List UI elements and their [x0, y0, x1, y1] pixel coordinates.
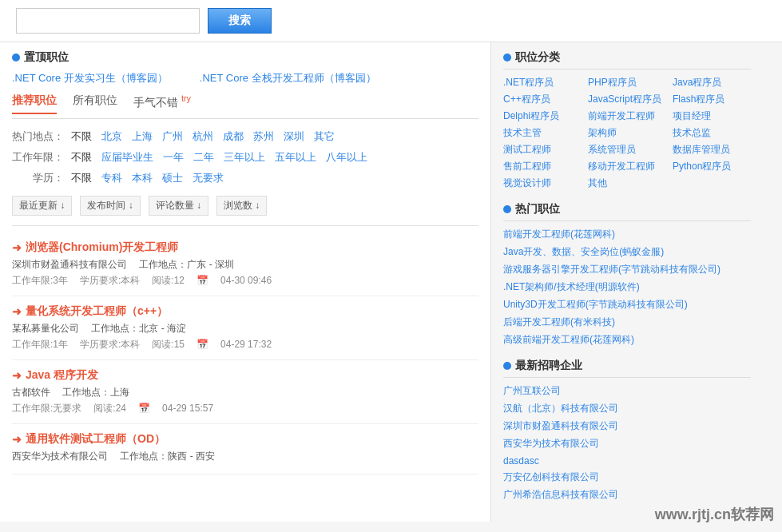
tabs-bar: 推荐职位 所有职位 手气不错 try	[12, 93, 478, 119]
job-item: ➜ 量化系统开发工程师（c++） 某私募量化公司 工作地点：北京 - 海淀 工作…	[12, 296, 478, 360]
date-0: 04-30 09:46	[220, 275, 272, 286]
cat-2[interactable]: Java程序员	[673, 76, 751, 89]
cat-15[interactable]: 售前工程师	[503, 160, 582, 173]
company-link-0[interactable]: 广州互联公司	[503, 385, 561, 396]
loc-4[interactable]: 杭州	[190, 129, 216, 145]
job-title-2[interactable]: ➜ Java 程序开发	[12, 368, 478, 383]
read-1: 阅读:15	[152, 338, 185, 351]
cat-6[interactable]: Delphi程序员	[503, 109, 582, 123]
pinned-link-0[interactable]: .NET Core 开发实习生（博客园）	[12, 71, 168, 85]
job-title-0[interactable]: ➜ 浏览器(Chromium)开发工程师	[12, 240, 478, 255]
search-input[interactable]	[16, 8, 200, 34]
pinned-links: .NET Core 开发实习生（博客园） .NET Core 全栈开发工程师（博…	[12, 71, 478, 85]
cat-13[interactable]: 系统管理员	[588, 143, 666, 157]
exp-4[interactable]: 三年以上	[221, 149, 268, 165]
sort-recent[interactable]: 最近更新 ↓	[12, 196, 72, 216]
hot-job-5[interactable]: 后端开发工程师(有米科技)	[503, 316, 615, 328]
edu-0[interactable]: 不限	[69, 170, 94, 186]
watermark: www.rjtj.cn软荐网	[655, 505, 774, 524]
cat-8[interactable]: 项目经理	[673, 109, 751, 123]
exp-2[interactable]: 一年	[161, 149, 186, 165]
exp-3[interactable]: 二年	[191, 149, 216, 165]
pinned-link-1[interactable]: .NET Core 全栈开发工程师（博客园）	[200, 71, 376, 85]
blue-dot-icon	[503, 362, 511, 370]
loc-8[interactable]: 其它	[312, 129, 337, 145]
categories-title: 职位分类	[503, 50, 751, 69]
job-title-1[interactable]: ➜ 量化系统开发工程师（c++）	[12, 304, 478, 319]
date-icon-2: 📅	[138, 403, 150, 414]
tab-try-badge: try	[181, 93, 191, 103]
cat-11[interactable]: 技术总监	[673, 126, 751, 140]
read-2: 阅读:24	[93, 402, 126, 415]
exp-5[interactable]: 五年以上	[272, 149, 319, 165]
sort-views[interactable]: 浏览数 ↓	[216, 196, 267, 216]
list-item: 游戏服务器引擎开发工程师(字节跳动科技有限公司)	[503, 263, 751, 276]
edu-3[interactable]: 硕士	[160, 170, 185, 186]
tab-all[interactable]: 所有职位	[73, 93, 117, 114]
loc-0[interactable]: 不限	[69, 129, 94, 145]
loc-7[interactable]: 深圳	[281, 129, 307, 145]
company-link-3[interactable]: 西安华为技术有限公司	[503, 438, 599, 449]
edu-label: 学历：	[12, 171, 64, 185]
company-link-5[interactable]: 万安亿创科技有限公司	[503, 471, 599, 482]
arrow-icon: ➜	[12, 241, 22, 254]
job-title-3[interactable]: ➜ 通用软件测试工程师（OD）	[12, 432, 478, 447]
loc-2[interactable]: 上海	[129, 129, 155, 145]
tab-recommended[interactable]: 推荐职位	[12, 93, 57, 114]
company-link-4[interactable]: dasdasc	[503, 455, 539, 466]
search-button[interactable]: 搜索	[208, 8, 272, 34]
company-link-2[interactable]: 深圳市财盈通科技有限公司	[503, 420, 618, 431]
location-2: 工作地点：上海	[62, 387, 129, 398]
hot-job-1[interactable]: Java开发、数据、安全岗位(蚂蚁金服)	[503, 246, 664, 257]
cat-16[interactable]: 移动开发工程师	[588, 160, 666, 173]
cat-14[interactable]: 数据库管理员	[673, 143, 751, 157]
exp-1[interactable]: 应届毕业生	[99, 149, 156, 165]
cat-4[interactable]: JavaScript程序员	[588, 93, 666, 106]
exp-0: 工作年限:3年	[12, 274, 68, 288]
edu-1[interactable]: 专科	[99, 170, 125, 186]
cat-5[interactable]: Flash程序员	[673, 93, 751, 106]
company-link-1[interactable]: 汉航（北京）科技有限公司	[503, 403, 618, 414]
sort-publish[interactable]: 发布时间 ↓	[80, 196, 140, 216]
cat-19[interactable]: 其他	[588, 177, 666, 190]
loc-1[interactable]: 北京	[99, 129, 125, 145]
list-item: 深圳市财盈通科技有限公司	[503, 419, 751, 433]
hot-job-6[interactable]: 高级前端开发工程师(花莲网科)	[503, 334, 634, 345]
location-3: 工作地点：陕西 - 西安	[120, 451, 215, 462]
arrow-icon: ➜	[12, 433, 22, 446]
cat-1[interactable]: PHP程序员	[588, 76, 666, 89]
company-0: 深圳市财盈通科技有限公司	[12, 259, 127, 270]
cat-18[interactable]: 视觉设计师	[503, 177, 582, 190]
exp-6[interactable]: 八年以上	[324, 149, 370, 165]
cat-10[interactable]: 架构师	[588, 126, 666, 140]
loc-5[interactable]: 成都	[220, 129, 246, 145]
company-link-6[interactable]: 广州希浩信息科技有限公司	[503, 489, 618, 500]
cat-12[interactable]: 测试工程师	[503, 143, 582, 157]
tab-lucky[interactable]: 手气不错 try	[133, 93, 191, 114]
hot-job-4[interactable]: Unity3D开发工程师(字节跳动科技有限公司)	[503, 299, 688, 310]
hot-job-3[interactable]: .NET架构师/技术经理(明源软件)	[503, 281, 640, 292]
main-layout: 置顶职位 .NET Core 开发实习生（博客园） .NET Core 全栈开发…	[0, 42, 782, 522]
exp-0[interactable]: 不限	[69, 149, 94, 165]
loc-3[interactable]: 广州	[160, 129, 185, 145]
cat-0[interactable]: .NET程序员	[503, 76, 582, 89]
cat-9[interactable]: 技术主管	[503, 126, 582, 140]
hot-job-0[interactable]: 前端开发工程师(花莲网科)	[503, 228, 615, 240]
company-1: 某私募量化公司	[12, 323, 79, 334]
cat-7[interactable]: 前端开发工程师	[588, 109, 666, 123]
company-2: 古都软件	[12, 387, 50, 398]
cat-3[interactable]: C++程序员	[503, 93, 582, 106]
edu-2[interactable]: 本科	[129, 170, 155, 186]
exp-2: 工作年限:无要求	[12, 402, 81, 415]
loc-6[interactable]: 苏州	[251, 129, 276, 145]
hot-job-2[interactable]: 游戏服务器引擎开发工程师(字节跳动科技有限公司)	[503, 264, 720, 275]
companies-title: 最新招聘企业	[503, 359, 751, 378]
list-item: 西安华为技术有限公司	[503, 437, 751, 451]
sort-comments[interactable]: 评论数量 ↓	[149, 196, 208, 216]
edu-4[interactable]: 无要求	[190, 170, 226, 186]
list-item: 后端开发工程师(有米科技)	[503, 316, 751, 329]
arrow-icon: ➜	[12, 369, 22, 382]
cat-17[interactable]: Python程序员	[673, 160, 751, 173]
list-item: 广州互联公司	[503, 384, 751, 398]
blue-dot-icon	[503, 54, 511, 62]
